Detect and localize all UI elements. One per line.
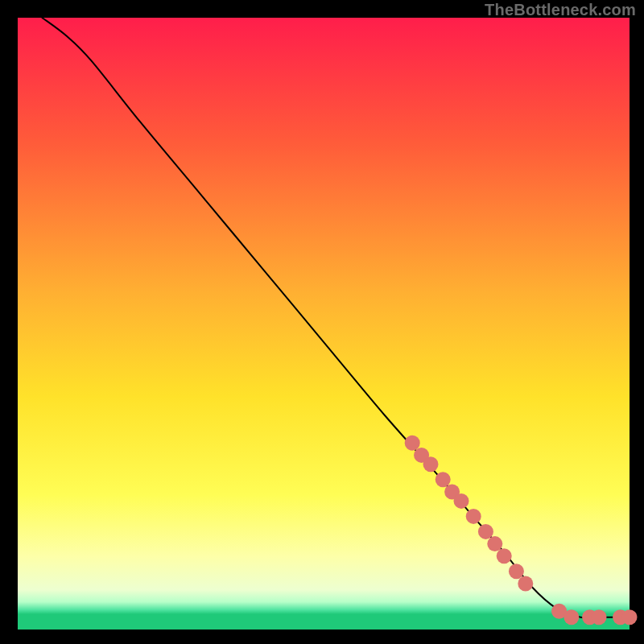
data-marker — [436, 472, 451, 487]
data-marker — [423, 456, 439, 472]
data-marker — [497, 548, 512, 564]
plot-area — [18, 18, 630, 630]
data-marker — [564, 609, 579, 625]
data-marker — [509, 564, 524, 579]
data-marker — [478, 524, 493, 539]
chart-svg — [0, 0, 644, 644]
data-marker — [622, 609, 638, 625]
data-marker — [518, 576, 533, 592]
data-marker — [487, 536, 502, 551]
chart-container: TheBottleneck.com — [0, 0, 644, 644]
data-marker — [466, 509, 481, 524]
data-marker — [454, 493, 469, 509]
data-marker — [592, 609, 607, 625]
data-marker — [405, 436, 420, 451]
